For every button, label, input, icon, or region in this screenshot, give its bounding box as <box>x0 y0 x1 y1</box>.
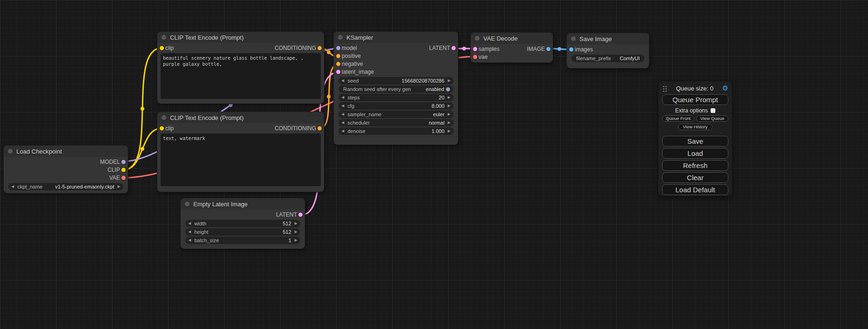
increment-arrow-icon[interactable]: ▶ <box>448 121 451 125</box>
samples-input-slot[interactable] <box>473 47 477 51</box>
model-input-slot[interactable] <box>336 46 340 50</box>
decrement-arrow-icon[interactable]: ◀ <box>341 121 344 125</box>
queue-prompt-button[interactable]: Queue Prompt <box>662 94 728 105</box>
negative-input-slot[interactable] <box>336 62 340 66</box>
latent-output-slot[interactable] <box>298 212 303 217</box>
node-vae-decode[interactable]: VAE Decode samples IMAGE vae <box>471 33 553 63</box>
view-queue-button[interactable]: View Queue <box>696 115 728 122</box>
slot-row: positive <box>334 52 458 60</box>
decrement-arrow-icon[interactable]: ◀ <box>341 129 344 133</box>
load-button[interactable]: Load <box>662 148 728 159</box>
node-title-bar[interactable]: CLIP Text Encode (Prompt) <box>157 32 324 43</box>
settings-gear-icon[interactable]: ⚙ <box>722 84 728 92</box>
collapse-toggle-icon[interactable] <box>185 202 190 206</box>
collapse-toggle-icon[interactable] <box>338 35 343 40</box>
clip-output-slot[interactable] <box>121 168 126 172</box>
widget-label: batch_size <box>194 238 219 243</box>
conditioning-output-slot[interactable] <box>318 46 322 50</box>
node-title-bar[interactable]: Save Image <box>567 33 649 44</box>
node-clip-text-encode-negative[interactable]: CLIP Text Encode (Prompt) clip CONDITION… <box>157 112 324 192</box>
increment-arrow-icon[interactable]: ▶ <box>448 129 451 133</box>
graph-canvas[interactable]: Load Checkpoint MODEL CLIP VAE ◀ ckpt_na… <box>0 0 868 329</box>
decrement-arrow-icon[interactable]: ◀ <box>341 104 344 108</box>
link-midpoint-dot <box>141 147 144 151</box>
clip-input-slot[interactable] <box>160 126 164 130</box>
positive-input-slot[interactable] <box>336 54 340 58</box>
node-title-bar[interactable]: VAE Decode <box>471 33 553 44</box>
conditioning-output-slot[interactable] <box>318 126 322 130</box>
input-label-clip: clip <box>165 125 174 132</box>
widget-value: 8.000 <box>431 103 445 109</box>
width-widget[interactable]: ◀ width 512 ▶ <box>185 220 300 227</box>
widget-label: cfg <box>347 103 354 109</box>
steps-widget[interactable]: ◀ steps 20 ▶ <box>339 94 453 101</box>
collapse-toggle-icon[interactable] <box>162 115 166 120</box>
increment-arrow-icon[interactable]: ▶ <box>295 230 297 234</box>
decrement-arrow-icon[interactable]: ◀ <box>341 96 344 99</box>
decrement-arrow-icon[interactable]: ◀ <box>188 230 191 234</box>
queue-front-button[interactable]: Queue Front <box>662 115 694 122</box>
menu-header: Queue size: 0 ⚙ <box>662 84 728 93</box>
node-clip-text-encode-positive[interactable]: CLIP Text Encode (Prompt) clip CONDITION… <box>157 32 324 104</box>
increment-arrow-icon[interactable]: ▶ <box>295 222 297 225</box>
toggle-dot-icon[interactable] <box>446 87 450 91</box>
decrement-arrow-icon[interactable]: ◀ <box>188 238 191 242</box>
positive-prompt-textarea[interactable]: beautiful scenery nature glass bottle la… <box>161 53 321 99</box>
node-title-bar[interactable]: Load Checkpoint <box>4 146 128 157</box>
drag-handle-icon[interactable] <box>662 85 667 92</box>
node-ksampler[interactable]: KSampler model LATENT positive negative … <box>334 32 458 145</box>
ckpt-name-widget[interactable]: ◀ ckpt_name v1-5-pruned-emaonly.ckpt ▶ <box>8 183 123 190</box>
increment-arrow-icon[interactable]: ▶ <box>448 96 451 99</box>
collapse-toggle-icon[interactable] <box>8 149 13 154</box>
vae-output-slot[interactable] <box>121 175 126 180</box>
collapse-toggle-icon[interactable] <box>571 36 576 41</box>
node-title: Empty Latent Image <box>193 201 247 208</box>
node-title-bar[interactable]: CLIP Text Encode (Prompt) <box>157 112 324 123</box>
node-title-bar[interactable]: Empty Latent Image <box>181 198 305 210</box>
increment-arrow-icon[interactable]: ▶ <box>448 79 451 83</box>
model-output-slot[interactable] <box>121 160 126 164</box>
input-label-samples: samples <box>479 46 500 52</box>
widget-value: enabled <box>426 86 444 92</box>
save-button[interactable]: Save <box>662 136 728 147</box>
increment-arrow-icon[interactable]: ▶ <box>448 112 451 116</box>
cfg-widget[interactable]: ◀ cfg 8.000 ▶ <box>339 102 453 110</box>
latent-image-input-slot[interactable] <box>336 70 340 74</box>
node-empty-latent-image[interactable]: Empty Latent Image LATENT ◀ width 512 ▶ … <box>181 198 305 249</box>
node-save-image[interactable]: Save Image images filename_prefix ComfyU… <box>567 33 649 68</box>
latent-output-slot[interactable] <box>452 46 456 50</box>
filename-prefix-widget[interactable]: filename_prefix ComfyUI <box>572 55 644 62</box>
decrement-arrow-icon[interactable]: ◀ <box>341 79 344 83</box>
images-input-slot[interactable] <box>569 47 573 51</box>
decrement-arrow-icon[interactable]: ◀ <box>11 185 14 189</box>
increment-arrow-icon[interactable]: ▶ <box>448 104 451 108</box>
image-output-slot[interactable] <box>546 47 550 51</box>
collapse-toggle-icon[interactable] <box>475 36 480 41</box>
increment-arrow-icon[interactable]: ▶ <box>295 238 297 242</box>
control-after-generate-widget[interactable]: Random seed after every gen enabled <box>339 85 453 93</box>
clear-button[interactable]: Clear <box>662 172 728 183</box>
collapse-toggle-icon[interactable] <box>162 35 166 40</box>
slot-row: vae <box>471 53 553 61</box>
decrement-arrow-icon[interactable]: ◀ <box>341 112 344 116</box>
slot-row: clip CONDITIONING <box>157 44 324 52</box>
extra-options-checkbox[interactable] <box>711 108 715 113</box>
scheduler-widget[interactable]: ◀ scheduler normal ▶ <box>339 119 453 126</box>
clip-input-slot[interactable] <box>160 46 164 50</box>
node-load-checkpoint[interactable]: Load Checkpoint MODEL CLIP VAE ◀ ckpt_na… <box>4 146 128 193</box>
batch-size-widget[interactable]: ◀ batch_size 1 ▶ <box>185 237 300 244</box>
vae-input-slot[interactable] <box>473 55 477 59</box>
height-widget[interactable]: ◀ height 512 ▶ <box>185 228 300 236</box>
refresh-button[interactable]: Refresh <box>662 160 728 171</box>
denoise-widget[interactable]: ◀ denoise 1.000 ▶ <box>339 127 453 135</box>
seed-widget[interactable]: ◀ seed 156680208700286 ▶ <box>339 77 453 84</box>
decrement-arrow-icon[interactable]: ◀ <box>188 222 191 225</box>
view-history-button[interactable]: View History <box>678 124 713 130</box>
input-label-clip: clip <box>165 45 174 51</box>
negative-prompt-textarea[interactable]: text, watermark <box>161 133 321 186</box>
sampler-name-widget[interactable]: ◀ sampler_name euler ▶ <box>339 111 453 118</box>
increment-arrow-icon[interactable]: ▶ <box>118 185 120 189</box>
node-title-bar[interactable]: KSampler <box>334 32 458 43</box>
load-default-button[interactable]: Load Default <box>662 184 728 195</box>
widget-value: 1.000 <box>431 128 445 134</box>
